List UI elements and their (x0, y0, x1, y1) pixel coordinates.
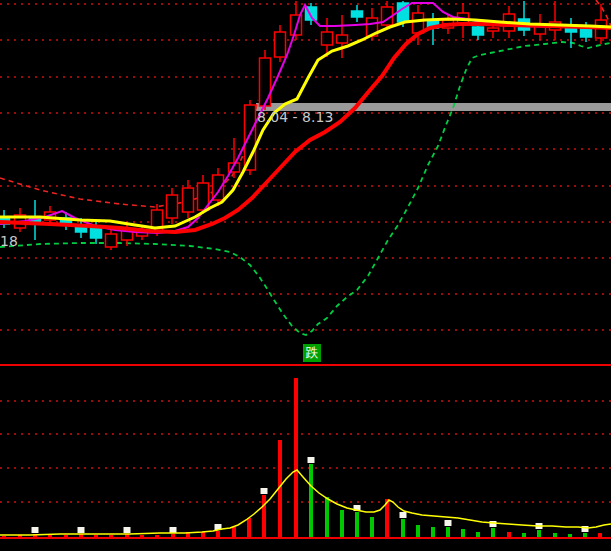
price-range-label: 8.04 - 8.13 (257, 109, 333, 125)
left-price-label: 18 (0, 233, 18, 249)
stock-chart-screen: 8.04 - 8.13 18 跌 (0, 0, 611, 551)
signal-badge-die: 跌 (303, 344, 321, 362)
candlestick-volume-chart[interactable] (0, 0, 611, 551)
